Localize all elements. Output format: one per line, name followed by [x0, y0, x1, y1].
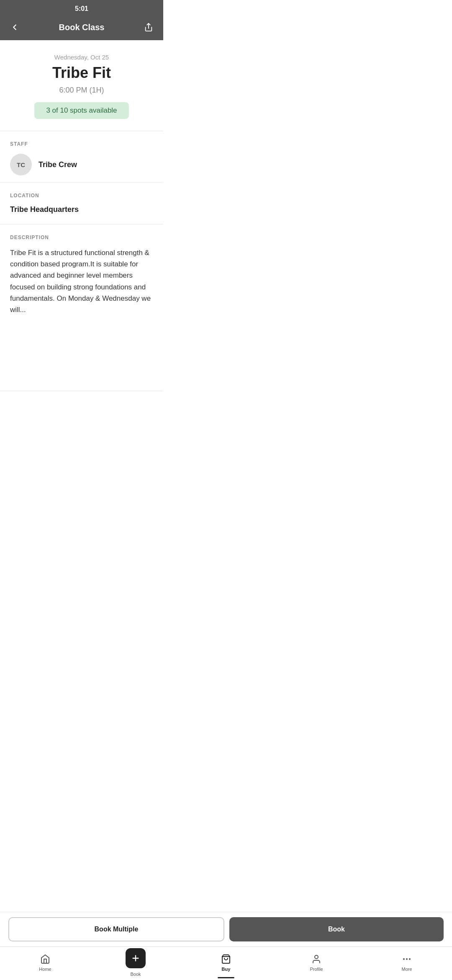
location-name: Tribe Headquarters: [10, 205, 153, 217]
location-section: LOCATION Tribe Headquarters: [0, 183, 163, 224]
status-time: 5:01: [75, 5, 88, 12]
back-button[interactable]: [8, 21, 21, 34]
staff-section: STAFF TC Tribe Crew: [0, 131, 163, 183]
hero-section: Wednesday, Oct 25 Tribe Fit 6:00 PM (1H)…: [0, 40, 163, 131]
staff-row: TC Tribe Crew: [10, 154, 153, 175]
class-name: Tribe Fit: [10, 64, 153, 82]
page-title: Book Class: [59, 23, 105, 32]
description-section-label: DESCRIPTION: [10, 235, 153, 240]
nav-bar: Book Class: [0, 16, 163, 40]
location-section-label: LOCATION: [10, 193, 153, 199]
staff-section-label: STAFF: [10, 141, 153, 147]
staff-avatar: TC: [10, 154, 32, 175]
staff-name: Tribe Crew: [39, 160, 77, 169]
spots-available-badge: 3 of 10 spots available: [34, 102, 128, 119]
share-button[interactable]: [142, 21, 155, 34]
class-date: Wednesday, Oct 25: [10, 54, 153, 61]
description-section: DESCRIPTION Tribe Fit is a structured fu…: [0, 224, 163, 391]
status-bar: 5:01: [0, 0, 163, 16]
class-time: 6:00 PM (1H): [10, 86, 153, 95]
description-text: Tribe Fit is a structured functional str…: [10, 247, 153, 315]
